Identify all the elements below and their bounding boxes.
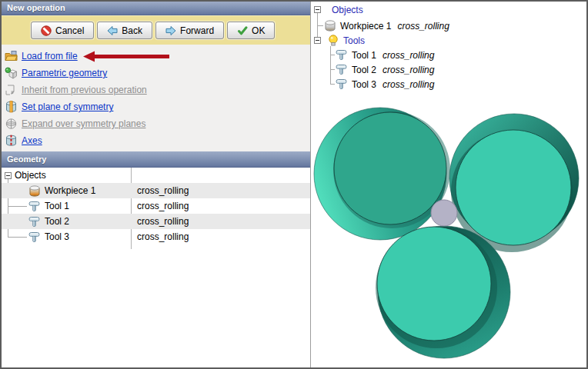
tool-icon xyxy=(28,200,42,213)
set-plane-symmetry-link[interactable]: Set plane of symmetry xyxy=(22,101,113,112)
roller-tool-1 xyxy=(314,108,450,240)
collapse-toggle-icon[interactable] xyxy=(314,6,321,13)
arrow-right-icon xyxy=(165,25,176,36)
tree-line xyxy=(317,25,323,26)
link-row-expand-symmetry: Expand over symmetry planes xyxy=(2,115,310,132)
tool-icon xyxy=(28,231,42,244)
axes-link[interactable]: Axes xyxy=(22,135,42,146)
symmetry-plane-icon xyxy=(5,101,18,113)
cube-sphere-icon xyxy=(5,67,18,79)
expand-symmetry-link: Expand over symmetry planes xyxy=(22,118,145,129)
workpiece-section xyxy=(431,200,457,226)
node-suffix: cross_rolling xyxy=(383,50,434,61)
folder-icon xyxy=(5,50,18,62)
tool-icon xyxy=(335,63,349,76)
tree-node-tools[interactable]: Tools xyxy=(314,33,365,48)
workpiece-icon xyxy=(28,184,42,198)
tools-label: Tools xyxy=(343,35,365,46)
link-row-set-plane-symmetry: Set plane of symmetry xyxy=(2,98,310,115)
arrow-left-icon xyxy=(107,25,118,36)
tree-node-tool-2[interactable]: Tool 2 cross_rolling xyxy=(335,62,434,77)
new-operation-header: New operation xyxy=(2,2,310,15)
node-name: Tool 1 xyxy=(352,50,376,61)
link-row-inherit-previous: Inherit from previous operation xyxy=(2,81,310,98)
node-suffix: cross_rolling xyxy=(383,79,434,90)
tool-icon xyxy=(335,78,349,91)
check-icon xyxy=(237,25,248,36)
axes-icon xyxy=(5,135,18,147)
collapse-toggle-icon[interactable] xyxy=(314,37,321,44)
ok-label: OK xyxy=(252,25,265,36)
cancel-icon xyxy=(41,25,52,36)
forward-button[interactable]: Forward xyxy=(155,22,224,39)
row-name: Tool 2 xyxy=(45,216,69,227)
node-suffix: cross_rolling xyxy=(397,21,449,32)
parametric-geometry-link[interactable]: Parametric geometry xyxy=(22,68,107,78)
expand-symmetry-icon xyxy=(5,118,18,130)
forward-label: Forward xyxy=(180,25,214,36)
back-button[interactable]: Back xyxy=(97,22,152,39)
inherit-icon xyxy=(5,84,18,96)
wizard-toolbar: Cancel Back Forward OK xyxy=(2,15,310,45)
tree-node-tool-3[interactable]: Tool 3 cross_rolling xyxy=(335,77,434,91)
row-name: Tool 3 xyxy=(45,231,69,242)
row-name: Workpiece 1 xyxy=(45,185,95,196)
geometry-title: Geometry xyxy=(7,155,46,164)
tool-icon xyxy=(28,215,42,228)
cancel-label: Cancel xyxy=(55,25,84,36)
collapse-toggle-icon[interactable] xyxy=(5,172,12,179)
tool-icon xyxy=(335,48,349,62)
table-row-tool-1[interactable]: Tool 1 cross_rolling xyxy=(2,198,310,214)
ok-button[interactable]: OK xyxy=(227,22,275,39)
scene-panel: Objects Workpiece 1 cross_rolling Tools xyxy=(311,2,586,367)
back-label: Back xyxy=(122,25,142,36)
objects-label: Objects xyxy=(332,5,363,15)
row-value: cross_rolling xyxy=(131,231,189,242)
new-operation-panel: New operation Cancel Back Forward xyxy=(2,2,311,367)
link-row-axes: Axes xyxy=(2,132,310,149)
operation-source-list: Load from file Parametric geometry Inher… xyxy=(2,45,310,151)
row-value: cross_rolling xyxy=(131,201,189,211)
tree-line xyxy=(330,46,331,84)
table-row-tool-3[interactable]: Tool 3 cross_rolling xyxy=(2,229,310,244)
objects-root-label: Objects xyxy=(15,170,46,181)
geometry-header: Geometry xyxy=(2,151,310,168)
table-row-tool-2[interactable]: Tool 2 cross_rolling xyxy=(2,214,310,229)
tree-node-objects[interactable]: Objects xyxy=(314,2,363,17)
app-window: New operation Cancel Back Forward xyxy=(0,0,588,369)
load-from-file-link[interactable]: Load from file xyxy=(22,51,78,62)
workpiece-icon xyxy=(323,19,337,32)
new-operation-title: New operation xyxy=(7,3,65,12)
row-name: Tool 1 xyxy=(45,201,69,211)
cancel-button[interactable]: Cancel xyxy=(31,22,94,39)
table-row-objects[interactable]: Objects xyxy=(2,168,310,183)
inherit-previous-link: Inherit from previous operation xyxy=(22,85,147,95)
link-row-parametric-geometry: Parametric geometry xyxy=(2,65,310,81)
geometry-table: Objects Workpiece 1 cross_rolling xyxy=(2,168,310,367)
row-value: cross_rolling xyxy=(131,185,189,196)
annotation-arrow xyxy=(83,51,169,62)
table-row-workpiece-1[interactable]: Workpiece 1 cross_rolling xyxy=(2,183,310,198)
bulb-icon xyxy=(326,34,340,47)
tree-node-workpiece-1[interactable]: Workpiece 1 cross_rolling xyxy=(323,18,449,33)
roller-tool-3 xyxy=(376,226,510,358)
node-name: Tool 3 xyxy=(352,79,376,90)
node-name: Workpiece 1 xyxy=(340,21,391,32)
row-value: cross_rolling xyxy=(131,216,189,227)
node-name: Tool 2 xyxy=(352,65,376,75)
node-suffix: cross_rolling xyxy=(383,65,434,75)
tree-node-tool-1[interactable]: Tool 1 cross_rolling xyxy=(335,48,434,62)
